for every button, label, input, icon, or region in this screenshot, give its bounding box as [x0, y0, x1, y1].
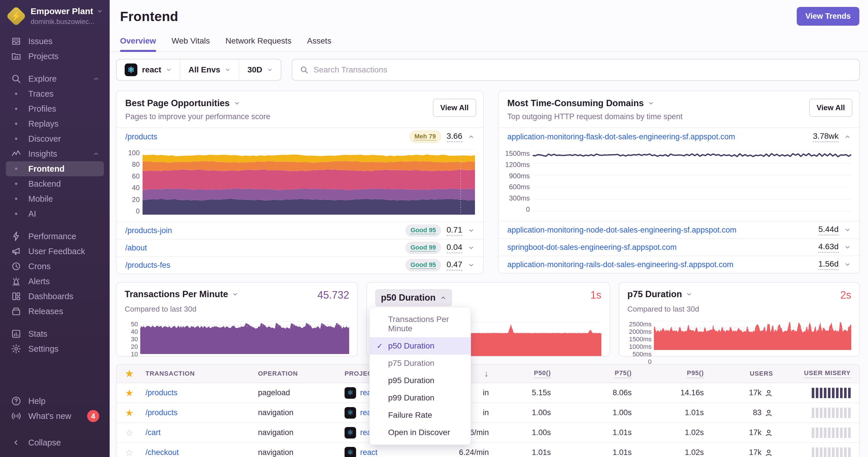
- transaction-link[interactable]: /cart: [146, 428, 258, 437]
- domains-expanded-row: application-monitoring-flask-dot-sales-e…: [499, 128, 859, 145]
- p50-cell: 1.00s: [532, 428, 551, 437]
- sidebar-item-explore[interactable]: Explore: [6, 71, 104, 86]
- sidebar-item-profiles[interactable]: •Profiles: [6, 101, 104, 116]
- sidebar-item-what-s-new[interactable]: What's new4: [6, 409, 104, 424]
- domain-link[interactable]: application-monitoring-node-dot-sales-en…: [507, 226, 736, 234]
- expand-toggle[interactable]: [844, 244, 851, 251]
- sidebar-collapse-button[interactable]: Collapse: [6, 435, 104, 450]
- p75-title[interactable]: p75 Duration: [627, 289, 692, 299]
- page-link[interactable]: /about: [125, 243, 147, 253]
- expand-toggle[interactable]: [468, 244, 474, 251]
- page-link[interactable]: /products: [125, 132, 157, 141]
- col-p95[interactable]: P95(): [687, 369, 704, 378]
- sort-descending-icon[interactable]: ↓: [484, 369, 489, 379]
- expand-toggle[interactable]: [844, 227, 851, 233]
- domains-title[interactable]: Most Time-Consuming Domains: [507, 98, 851, 108]
- p50-metric-select-button[interactable]: p50 Duration: [375, 289, 452, 306]
- expand-toggle[interactable]: [468, 134, 474, 140]
- sidebar-item-alerts[interactable]: Alerts: [6, 274, 104, 289]
- menu-item-open-in-discover[interactable]: Open in Discover: [370, 424, 471, 441]
- menu-item-failure-rate[interactable]: Failure Rate: [370, 406, 471, 424]
- menu-item-transactions-per-minute[interactable]: Transactions Per Minute: [370, 311, 471, 337]
- expand-toggle[interactable]: [468, 262, 474, 268]
- menu-item-p50-duration[interactable]: ✓p50 Duration: [370, 337, 471, 355]
- domains-view-all-button[interactable]: View All: [809, 99, 852, 117]
- col-user-misery[interactable]: User Misery: [804, 369, 851, 378]
- sidebar-item-help[interactable]: Help: [6, 394, 104, 409]
- chevron-up-icon: [93, 75, 99, 82]
- sidebar-item-issues[interactable]: Issues: [6, 34, 104, 49]
- menu-item-p95-duration[interactable]: p95 Duration: [370, 372, 471, 389]
- transaction-link[interactable]: /products: [146, 388, 258, 397]
- search-input[interactable]: [314, 65, 852, 74]
- clock-icon: [11, 261, 21, 271]
- axis-tick-label: 1200ms: [505, 161, 530, 169]
- search-icon: [11, 73, 21, 84]
- environment-filter[interactable]: All Envs: [180, 59, 239, 80]
- domain-link[interactable]: application-monitoring-flask-dot-sales-e…: [507, 132, 735, 141]
- sidebar-item-insights[interactable]: Insights: [6, 146, 104, 161]
- tab-assets[interactable]: Assets: [307, 36, 331, 51]
- org-name[interactable]: Empower Plant: [31, 6, 103, 16]
- sidebar-item-performance[interactable]: Performance: [6, 229, 104, 244]
- page-link[interactable]: /products-join: [125, 226, 172, 235]
- col-p75[interactable]: P75(): [615, 369, 632, 378]
- sidebar-item-discover[interactable]: •Discover: [6, 131, 104, 146]
- sidebar-item-traces[interactable]: •Traces: [6, 86, 104, 101]
- project-filter[interactable]: ⚛ react: [117, 59, 180, 80]
- sidebar-item-dashboards[interactable]: Dashboards: [6, 289, 104, 304]
- transaction-link[interactable]: /products: [146, 408, 258, 417]
- sidebar-item-projects[interactable]: Projects: [6, 49, 104, 64]
- score-badge: Meh 79: [409, 131, 441, 143]
- sidebar-item-ai[interactable]: •AI: [6, 206, 104, 221]
- page-link[interactable]: /products-fes: [125, 261, 170, 270]
- p50-metric-panel: p50 Duration 1s Transactions Per Minute✓…: [367, 282, 610, 357]
- search-bar[interactable]: [292, 59, 860, 81]
- sidebar-item-user-feedback[interactable]: User Feedback: [6, 244, 104, 259]
- tab-web-vitals[interactable]: Web Vitals: [172, 36, 210, 51]
- sidebar-item-replays[interactable]: •Replays: [6, 116, 104, 131]
- star-toggle[interactable]: ★: [125, 407, 146, 418]
- expand-toggle[interactable]: [468, 227, 474, 234]
- collapse-label: Collapse: [28, 438, 61, 448]
- menu-item-p99-duration[interactable]: p99 Duration: [370, 389, 471, 406]
- expand-toggle[interactable]: [844, 134, 851, 140]
- sidebar-item-mobile[interactable]: •Mobile: [6, 191, 104, 206]
- sidebar-item-stats[interactable]: Stats: [6, 326, 104, 341]
- domain-row: springboot-dot-sales-engineering-sf.apps…: [499, 238, 859, 256]
- tab-network-requests[interactable]: Network Requests: [225, 36, 291, 51]
- col-users[interactable]: Users: [750, 370, 773, 378]
- star-toggle[interactable]: ☆: [125, 427, 146, 438]
- col-operation[interactable]: Operation: [258, 370, 345, 378]
- expand-toggle[interactable]: [844, 261, 851, 268]
- star-toggle[interactable]: ★: [125, 388, 146, 398]
- tab-overview[interactable]: Overview: [120, 36, 156, 51]
- axis-tick-label: 1500ms: [505, 150, 530, 158]
- col-p50[interactable]: P50(): [534, 369, 551, 378]
- axis-tick-label: 20: [131, 343, 138, 351]
- sidebar-item-frontend[interactable]: •Frontend: [6, 161, 104, 176]
- star-icon[interactable]: ★: [125, 368, 146, 379]
- react-project-icon: ⚛: [345, 447, 356, 457]
- date-range-filter[interactable]: 30D: [239, 59, 280, 80]
- domain-link[interactable]: application-monitoring-rails-dot-sales-e…: [507, 260, 733, 269]
- tpm-title[interactable]: Transactions Per Minute: [125, 289, 238, 299]
- axis-tick-label: 0: [526, 205, 530, 214]
- star-toggle[interactable]: ☆: [125, 447, 146, 457]
- best-pages-view-all-button[interactable]: View All: [433, 99, 476, 117]
- menu-item-p75-duration[interactable]: p75 Duration: [370, 355, 471, 372]
- react-project-icon: ⚛: [345, 407, 356, 419]
- sidebar-item-settings[interactable]: Settings: [6, 341, 104, 356]
- project-link[interactable]: react: [360, 448, 377, 457]
- view-trends-button[interactable]: View Trends: [797, 7, 859, 26]
- sidebar-item-releases[interactable]: Releases: [6, 304, 104, 319]
- col-transaction[interactable]: Transaction: [146, 370, 258, 378]
- p95-cell: 14.16s: [680, 388, 704, 397]
- sidebar-item-crons[interactable]: Crons: [6, 259, 104, 274]
- best-pages-title[interactable]: Best Page Opportunities: [125, 98, 474, 108]
- org-switcher[interactable]: ⚡ Empower Plant dominik.buszowiec...: [0, 0, 110, 33]
- domain-link[interactable]: springboot-dot-sales-engineering-sf.apps…: [507, 243, 677, 252]
- sidebar-item-backend[interactable]: •Backend: [6, 176, 104, 191]
- p95-cell: 1.02s: [685, 448, 704, 457]
- transaction-link[interactable]: /checkout: [146, 448, 258, 457]
